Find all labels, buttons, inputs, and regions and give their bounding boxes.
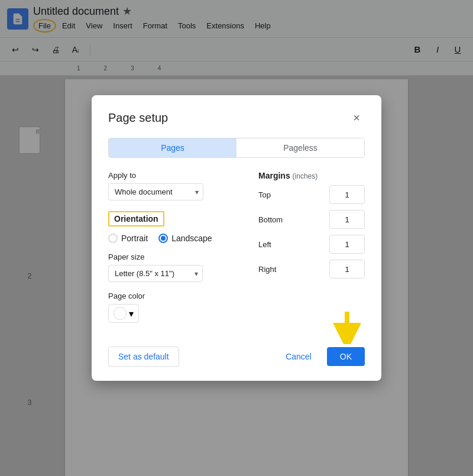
apply-to-wrapper: Whole document This section forward ▾ [108, 183, 203, 200]
paper-size-select[interactable]: Letter (8.5" x 11") A4 Legal Tabloid [108, 265, 203, 282]
set-as-default-button[interactable]: Set as default [108, 347, 179, 367]
margin-top-input[interactable] [329, 185, 365, 204]
page-color-label: Page color [108, 292, 247, 300]
margins-title: Margins (inches) [258, 171, 365, 180]
form-right: Margins (inches) Top Bottom Left Right [258, 171, 365, 332]
margins-label: Margins [258, 171, 290, 180]
tab-pages[interactable]: Pages [109, 138, 237, 157]
margin-right-label: Right [258, 265, 288, 274]
landscape-radio[interactable] [158, 234, 168, 243]
margin-bottom-label: Bottom [258, 215, 288, 224]
apply-to-section: Apply to Whole document This section for… [108, 171, 247, 200]
margin-bottom-input[interactable] [329, 210, 365, 229]
landscape-option[interactable]: Landscape [158, 234, 212, 243]
dialog-header: Page setup × [108, 109, 365, 126]
color-swatch [114, 307, 127, 320]
margin-left-row: Left [258, 235, 365, 254]
orientation-section: Orientation Portrait Landscape [108, 211, 247, 243]
margin-right-input[interactable] [329, 260, 365, 279]
page-setup-dialog: Page setup × Pages Pageless Apply to Who… [92, 95, 381, 381]
paper-size-wrapper: Letter (8.5" x 11") A4 Legal Tabloid ▾ [108, 265, 203, 282]
orientation-radio-group: Portrait Landscape [108, 234, 247, 243]
paper-size-section: Paper size Letter (8.5" x 11") A4 Legal … [108, 252, 247, 282]
tab-bar: Pages Pageless [108, 138, 365, 158]
dialog-title: Page setup [108, 111, 168, 125]
margin-right-row: Right [258, 260, 365, 279]
dialog-footer: Set as default Cancel OK [108, 347, 365, 367]
margin-left-label: Left [258, 240, 288, 249]
portrait-label: Portrait [121, 234, 148, 243]
page-color-section: Page color ▾ [108, 292, 247, 323]
margin-top-label: Top [258, 190, 288, 199]
color-dropdown-icon: ▾ [129, 308, 134, 319]
page-color-button[interactable]: ▾ [108, 304, 139, 323]
cancel-button[interactable]: Cancel [276, 347, 321, 366]
apply-to-select[interactable]: Whole document This section forward [108, 183, 203, 200]
tab-pageless[interactable]: Pageless [237, 138, 364, 157]
form-left: Apply to Whole document This section for… [108, 171, 247, 332]
margin-top-row: Top [258, 185, 365, 204]
margins-unit: (inches) [293, 172, 318, 180]
close-button[interactable]: × [348, 109, 365, 126]
landscape-label: Landscape [171, 234, 212, 243]
portrait-option[interactable]: Portrait [108, 234, 148, 243]
paper-size-label: Paper size [108, 252, 247, 261]
footer-right: Cancel OK [276, 347, 365, 366]
portrait-radio[interactable] [108, 234, 118, 243]
modal-overlay: Page setup × Pages Pageless Apply to Who… [0, 0, 473, 476]
margin-left-input[interactable] [329, 235, 365, 254]
apply-to-label: Apply to [108, 171, 247, 180]
form-section: Apply to Whole document This section for… [108, 171, 365, 332]
orientation-title: Orientation [108, 211, 164, 226]
margin-bottom-row: Bottom [258, 210, 365, 229]
ok-button[interactable]: OK [327, 347, 365, 366]
